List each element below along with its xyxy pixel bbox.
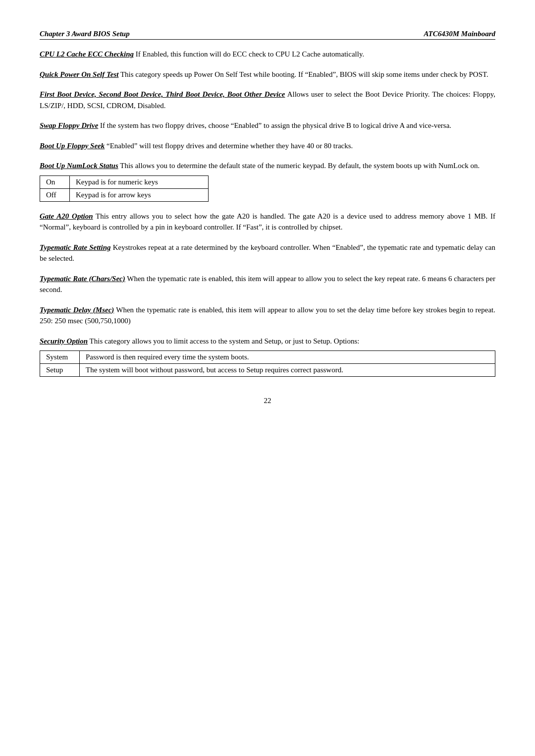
header-left: Chapter 3 Award BIOS Setup (40, 30, 130, 38)
table-numlock: OnKeypad is for numeric keysOffKeypad is… (40, 175, 495, 202)
table-cell-key: On (40, 175, 70, 188)
term-swap-floppy: Swap Floppy Drive (40, 121, 98, 129)
term-boot-floppy: Boot Up Floppy Seek (40, 142, 105, 150)
section-boot-floppy: Boot Up Floppy Seek “Enabled” will test … (40, 140, 495, 152)
section-typematic-delay: Typematic Delay (Msec) When the typemati… (40, 304, 495, 327)
section-cpu-l2: CPU L2 Cache ECC Checking If Enabled, th… (40, 49, 495, 60)
term-boot-devices: First Boot Device, Second Boot Device, T… (40, 90, 285, 98)
header-line: Chapter 3 Award BIOS Setup ATC6430M Main… (40, 30, 495, 40)
term-cpu-l2: CPU L2 Cache ECC Checking (40, 50, 134, 58)
section-numlock: Boot Up NumLock Status This allows you t… (40, 160, 495, 202)
section-typematic-rate-chars: Typematic Rate (Chars/Sec) When the type… (40, 273, 495, 295)
term-typematic-rate-setting: Typematic Rate Setting (40, 243, 111, 251)
term-quick-power: Quick Power On Self Test (40, 70, 118, 78)
section-swap-floppy: Swap Floppy Drive If the system has two … (40, 120, 495, 131)
section-boot-devices: First Boot Device, Second Boot Device, T… (40, 89, 495, 111)
term-gate-a20: Gate A20 Option (40, 212, 93, 220)
table-cell-value: The system will boot without password, b… (80, 364, 495, 377)
table-cell-value: Keypad is for numeric keys (70, 175, 209, 188)
table-row: OnKeypad is for numeric keys (40, 175, 209, 188)
term-numlock: Boot Up NumLock Status (40, 162, 118, 170)
section-quick-power: Quick Power On Self Test This category s… (40, 69, 495, 80)
table-security-option: SystemPassword is then required every ti… (40, 350, 495, 377)
table-cell-key: System (40, 351, 80, 364)
table-row: SetupThe system will boot without passwo… (40, 364, 495, 377)
table-cell-value: Keypad is for arrow keys (70, 188, 209, 201)
page-number: 22 (40, 397, 495, 405)
table-cell-value: Password is then required every time the… (80, 351, 495, 364)
term-typematic-rate-chars: Typematic Rate (Chars/Sec) (40, 275, 125, 283)
section-gate-a20: Gate A20 Option This entry allows you to… (40, 211, 495, 233)
term-security-option: Security Option (40, 337, 88, 345)
table-cell-key: Off (40, 188, 70, 201)
header-right: ATC6430M Mainboard (424, 30, 495, 38)
term-typematic-delay: Typematic Delay (Msec) (40, 306, 114, 314)
table-cell-key: Setup (40, 364, 80, 377)
section-security-option: Security Option This category allows you… (40, 336, 495, 377)
table-row: OffKeypad is for arrow keys (40, 188, 209, 201)
section-typematic-rate-setting: Typematic Rate Setting Keystrokes repeat… (40, 242, 495, 264)
table-row: SystemPassword is then required every ti… (40, 351, 495, 364)
